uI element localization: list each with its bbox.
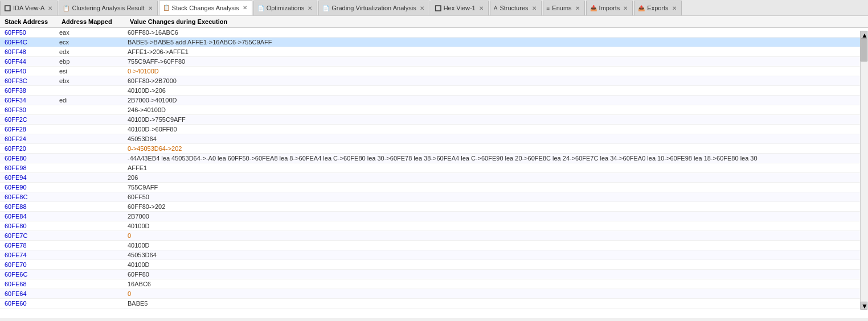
table-row[interactable]: 60FE842B7000 — [0, 212, 868, 221]
table-row[interactable]: 60FE6816ABC6 — [0, 279, 868, 289]
cell-stack-address[interactable]: 60FE84 — [0, 212, 57, 220]
tab-close-stack-changes[interactable]: ✕ — [241, 5, 248, 11]
table-row[interactable]: 60FE7445053D64 — [0, 250, 868, 260]
cell-stack-address[interactable]: 60FF3C — [0, 77, 57, 85]
tab-optimizations[interactable]: 📄Optimizations✕ — [253, 1, 318, 15]
table-row[interactable]: 60FE60BABE5 — [0, 299, 868, 308]
table-row[interactable]: 60FE80-44A43EB4 lea 45053D64->-A0 lea 60… — [0, 154, 868, 163]
table-row[interactable]: 60FE8040100D — [0, 221, 868, 231]
table-row[interactable]: 60FF34edi2B7000->40100D — [0, 96, 868, 105]
cell-address-mapped — [57, 216, 125, 217]
table-row[interactable]: 60FF2C40100D->755C9AFF — [0, 115, 868, 125]
tab-hex-view-1[interactable]: 🔲Hex View-1✕ — [431, 1, 489, 15]
tab-structures[interactable]: AStructures✕ — [490, 1, 542, 15]
cell-value-changes: 40100D — [125, 222, 868, 230]
tab-close-ida-view-a[interactable]: ✕ — [47, 5, 54, 11]
table-row[interactable]: 60FE640 — [0, 289, 868, 299]
table-row[interactable]: 60FF30246->40100D — [0, 105, 868, 115]
table-row[interactable]: 60FF4CecxBABE5->BABE5 add AFFE1->16ABC6-… — [0, 38, 868, 47]
tab-icon-imports: 📥 — [590, 5, 597, 11]
cell-address-mapped — [57, 245, 125, 246]
table-row[interactable]: 60FF50eax60FF80->16ABC6 — [0, 28, 868, 38]
cell-stack-address[interactable]: 60FE90 — [0, 183, 57, 191]
cell-address-mapped — [57, 158, 125, 159]
tab-icon-enums: ≡ — [547, 5, 550, 11]
table-row[interactable]: 60FE7840100D — [0, 241, 868, 250]
cell-stack-address[interactable]: 60FE94 — [0, 174, 57, 182]
table-row[interactable]: 60FE98AFFE1 — [0, 163, 868, 173]
cell-stack-address[interactable]: 60FF24 — [0, 135, 57, 143]
cell-stack-address[interactable]: 60FE6C — [0, 270, 57, 278]
cell-stack-address[interactable]: 60FE80 — [0, 154, 57, 162]
tab-close-imports[interactable]: ✕ — [622, 5, 629, 11]
tab-grading-virt[interactable]: 📄Grading Virtualization Analysis✕ — [318, 1, 429, 15]
scroll-down-button[interactable]: ▼ — [861, 302, 867, 310]
table-row[interactable]: 60FE90755C9AFF — [0, 183, 868, 192]
cell-value-changes: 40100D->60FF80 — [125, 125, 868, 133]
cell-stack-address[interactable]: 60FF20 — [0, 145, 57, 153]
table-row[interactable]: 60FE8860FF80->202 — [0, 202, 868, 212]
table-row[interactable]: 60FF200->45053D64->202 — [0, 144, 868, 154]
cell-stack-address[interactable]: 60FF4C — [0, 38, 57, 46]
cell-stack-address[interactable]: 60FF50 — [0, 28, 57, 36]
table-row[interactable]: 60FF3840100D->206 — [0, 86, 868, 96]
cell-stack-address[interactable]: 60FE98 — [0, 164, 57, 172]
cell-stack-address[interactable]: 60FE7C — [0, 232, 57, 240]
cell-address-mapped — [57, 303, 125, 304]
table-row[interactable]: 60FE8C60FF50 — [0, 192, 868, 202]
cell-stack-address[interactable]: 60FE68 — [0, 280, 57, 288]
table-row[interactable]: 60FF2445053D64 — [0, 134, 868, 144]
tab-close-grading-virt[interactable]: ✕ — [419, 5, 425, 11]
tab-enums[interactable]: ≡Enums✕ — [543, 1, 585, 15]
cell-value-changes: 0->45053D64->202 — [125, 145, 868, 153]
cell-value-changes: 45053D64 — [125, 251, 868, 259]
scroll-up-button[interactable]: ▲ — [861, 31, 867, 39]
cell-stack-address[interactable]: 60FE70 — [0, 261, 57, 269]
table-row[interactable]: 60FF44ebp755C9AFF->60FF80 — [0, 57, 868, 67]
table-row[interactable]: 60FE94206 — [0, 173, 868, 183]
table-row[interactable]: 60FF40esi0->40100D — [0, 67, 868, 76]
cell-stack-address[interactable]: 60FE78 — [0, 241, 57, 249]
table-row[interactable]: 60FE6C60FF80 — [0, 270, 868, 279]
cell-stack-address[interactable]: 60FE8C — [0, 193, 57, 201]
cell-stack-address[interactable]: 60FF34 — [0, 96, 57, 104]
cell-address-mapped — [57, 119, 125, 120]
scroll-thumb[interactable] — [861, 39, 867, 61]
cell-stack-address[interactable]: 60FF44 — [0, 57, 57, 65]
tab-exports[interactable]: 📤Exports✕ — [634, 1, 681, 15]
table-row[interactable]: 60FF48edxAFFE1->206->AFFE1 — [0, 47, 868, 57]
cell-address-mapped: ebp — [57, 57, 125, 65]
tab-ida-view-a[interactable]: 🔲IDA View-A✕ — [0, 1, 58, 15]
cell-stack-address[interactable]: 60FE80 — [0, 222, 57, 230]
table-row[interactable]: 60FE7C0 — [0, 231, 868, 241]
table-row[interactable]: 60FE7040100D — [0, 260, 868, 270]
cell-stack-address[interactable]: 60FE88 — [0, 203, 57, 211]
tab-label-imports: Imports — [599, 5, 620, 11]
cell-stack-address[interactable]: 60FF30 — [0, 106, 57, 114]
tab-close-optimizations[interactable]: ✕ — [306, 5, 313, 11]
cell-stack-address[interactable]: 60FE60 — [0, 299, 57, 307]
tab-close-enums[interactable]: ✕ — [574, 5, 581, 11]
tab-close-exports[interactable]: ✕ — [671, 5, 678, 11]
tab-close-structures[interactable]: ✕ — [531, 5, 538, 11]
cell-address-mapped — [57, 254, 125, 256]
table-row[interactable]: 60FF2840100D->60FF80 — [0, 125, 868, 134]
cell-stack-address[interactable]: 60FE74 — [0, 251, 57, 259]
tab-imports[interactable]: 📥Imports✕ — [586, 1, 633, 15]
tab-stack-changes[interactable]: 📋Stack Changes Analysis✕ — [159, 1, 252, 15]
cell-stack-address[interactable]: 60FF38 — [0, 87, 57, 94]
cell-stack-address[interactable]: 60FE64 — [0, 290, 57, 298]
scrollbar[interactable]: ▲ ▼ — [860, 31, 868, 310]
tab-icon-optimizations: 📄 — [257, 5, 264, 11]
tab-close-clustering-analysis[interactable]: ✕ — [147, 5, 154, 11]
tab-clustering-analysis[interactable]: 📋Clustering Analysis Result✕ — [59, 1, 157, 15]
cell-stack-address[interactable]: 60FF28 — [0, 125, 57, 133]
cell-address-mapped: eax — [57, 28, 125, 36]
col-header-value-changes: Value Changes during Execution — [125, 18, 868, 25]
cell-stack-address[interactable]: 60FF40 — [0, 67, 57, 75]
table-row[interactable]: 60FF3Cebx60FF80->2B7000 — [0, 76, 868, 86]
cell-stack-address[interactable]: 60FF48 — [0, 48, 57, 56]
tab-bar: 🔲IDA View-A✕📋Clustering Analysis Result✕… — [0, 0, 868, 16]
tab-close-hex-view-1[interactable]: ✕ — [478, 5, 485, 11]
cell-stack-address[interactable]: 60FF2C — [0, 116, 57, 124]
